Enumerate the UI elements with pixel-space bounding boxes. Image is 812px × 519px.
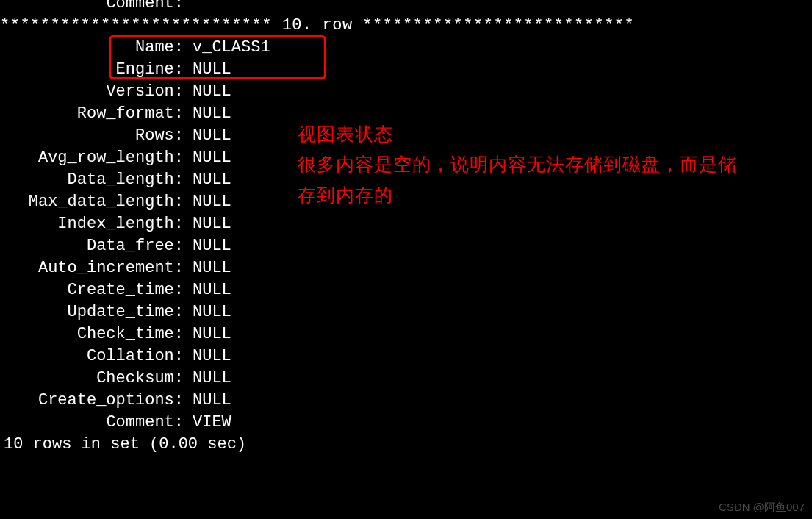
field-row: Name:v_CLASS1: [0, 37, 812, 59]
summary-text: 10 rows in set (0.00 sec): [0, 434, 812, 456]
field-label: Auto_increment:: [0, 257, 184, 279]
field-value: NULL: [184, 323, 231, 346]
field-row: Create_options:NULL: [0, 390, 812, 412]
field-label: Engine:: [0, 59, 184, 81]
field-row: Auto_increment:NULL: [0, 257, 812, 279]
field-label: Name:: [0, 37, 184, 59]
field-value: v_CLASS1: [184, 37, 270, 59]
field-value: NULL: [184, 279, 231, 301]
partial-row: Comment:: [0, 0, 812, 15]
field-label: Version:: [0, 81, 184, 103]
terminal-output: Comment: *************************** 10.…: [0, 0, 812, 455]
field-label: Max_data_length:: [0, 191, 184, 213]
field-label: Avg_row_length:: [0, 147, 184, 169]
field-value: NULL: [184, 169, 231, 191]
field-label: Rows:: [0, 125, 184, 147]
field-row: Data_free:NULL: [0, 235, 812, 257]
partial-label: Comment:: [0, 0, 184, 15]
field-value: NULL: [184, 301, 231, 323]
field-value: NULL: [184, 191, 231, 213]
field-value: NULL: [184, 125, 231, 147]
field-value: NULL: [184, 59, 231, 81]
field-row: Check_time:NULL: [0, 323, 812, 346]
field-label: Create_options:: [0, 390, 184, 412]
field-row: Engine:NULL: [0, 59, 812, 81]
field-value: NULL: [184, 147, 231, 169]
annotation-text: 视图表状态 很多内容是空的，说明内容无法存储到磁盘，而是储存到内存的: [298, 119, 753, 210]
annotation-line2: 很多内容是空的，说明内容无法存储到磁盘，而是储存到内存的: [298, 149, 753, 210]
field-row: Checksum:NULL: [0, 368, 812, 390]
row-separator: *************************** 10. row ****…: [0, 15, 812, 37]
field-label: Checksum:: [0, 368, 184, 390]
field-value: NULL: [184, 346, 231, 368]
field-label: Index_length:: [0, 213, 184, 235]
field-label: Create_time:: [0, 279, 184, 301]
field-value: NULL: [184, 213, 231, 235]
field-value: NULL: [184, 257, 231, 279]
field-row: Version:NULL: [0, 81, 812, 103]
field-row: Comment:VIEW: [0, 412, 812, 434]
field-value: NULL: [184, 368, 231, 390]
field-value: NULL: [184, 235, 231, 257]
field-label: Data_free:: [0, 235, 184, 257]
field-row: Collation:NULL: [0, 346, 812, 368]
field-label: Row_format:: [0, 103, 184, 125]
watermark: CSDN @阿鱼007: [719, 500, 805, 515]
field-label: Data_length:: [0, 169, 184, 191]
field-label: Check_time:: [0, 323, 184, 346]
field-value: NULL: [184, 390, 231, 412]
fields-container: Name:v_CLASS1Engine:NULLVersion:NULLRow_…: [0, 37, 812, 434]
field-label: Comment:: [0, 412, 184, 434]
field-label: Collation:: [0, 346, 184, 368]
field-label: Update_time:: [0, 301, 184, 323]
field-row: Index_length:NULL: [0, 213, 812, 235]
field-value: NULL: [184, 103, 231, 125]
field-row: Create_time:NULL: [0, 279, 812, 301]
field-value: VIEW: [184, 412, 231, 434]
field-value: NULL: [184, 81, 231, 103]
field-row: Update_time:NULL: [0, 301, 812, 323]
annotation-line1: 视图表状态: [298, 119, 753, 149]
